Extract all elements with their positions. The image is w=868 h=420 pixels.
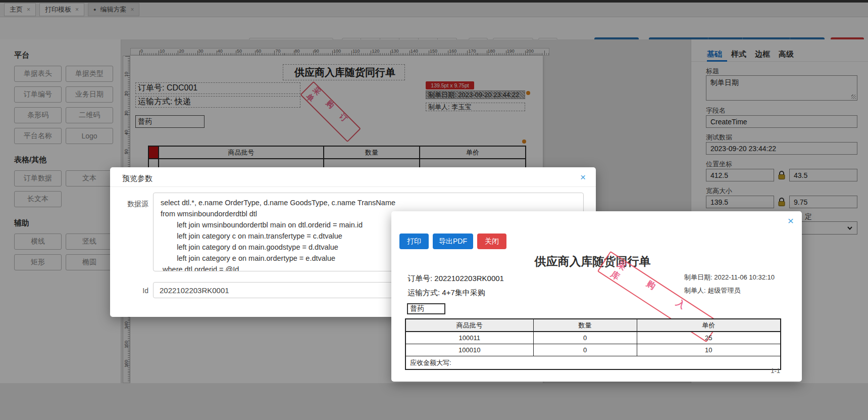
id-input[interactable]: 2022102203RK0001 (153, 282, 414, 298)
close-button[interactable]: 关闭 (477, 234, 506, 249)
preview-maker: 制单人: 超级管理员 (684, 286, 740, 295)
close-icon[interactable]: × (788, 215, 794, 226)
preview-table-header: 数量 (533, 319, 637, 332)
export-pdf-button[interactable]: 导出PDF (433, 234, 473, 249)
preview-table-cell: 25 (637, 332, 781, 344)
page-indicator: 1-1 (405, 367, 780, 375)
preview-table-cell: 100011 (405, 332, 533, 344)
preview-doc-title: 供应商入库随货同行单 (405, 254, 780, 269)
preview-table-header: 单价 (637, 319, 781, 332)
preview-transport: 运输方式: 4+7集中采购 (407, 288, 485, 298)
preview-table-cell: 100010 (405, 344, 533, 356)
preview-make-date: 制单日期: 2022-11-06 10:32:10 (684, 273, 775, 282)
id-label: Id (125, 287, 148, 295)
preview-table-cell: 0 (533, 344, 637, 356)
preview-table-cell: 10 (637, 344, 781, 356)
print-preview-modal: × 打印 导出PDF 关闭 供应商入库随货同行单 订单号: 2022102203… (391, 211, 802, 382)
preview-table-cell: 0 (533, 332, 637, 344)
preview-drug-type: 普药 (407, 303, 445, 314)
modal-title: 预览参数 (122, 174, 152, 183)
preview-order-no: 订单号: 2022102203RK0001 (407, 274, 504, 284)
print-template-designer: 主页×打印模板×●编辑方案× 入库随货同行单（列表式）【带 A3A4A5B3B4… (0, 0, 868, 420)
modal-header-divider (110, 186, 596, 187)
preview-table: 商品批号数量单价100011025100010010应收金额大写: (405, 318, 781, 370)
close-icon[interactable]: × (580, 172, 586, 182)
datasource-label: 数据源 (125, 200, 148, 209)
print-button[interactable]: 打印 (399, 234, 429, 249)
preview-table-header: 商品批号 (405, 319, 533, 332)
